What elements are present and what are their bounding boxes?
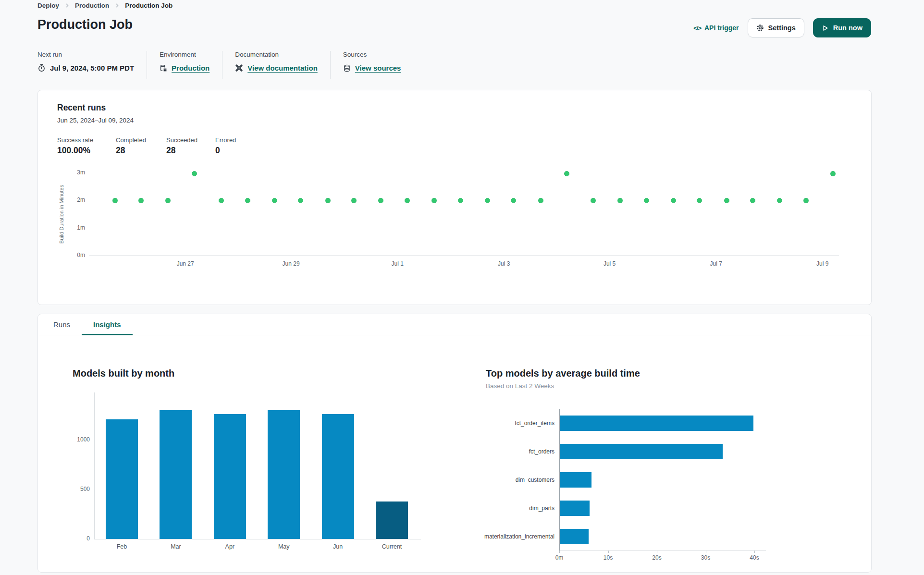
documentation-label: Documentation	[235, 51, 318, 58]
run-dot[interactable]	[538, 198, 543, 203]
settings-label: Settings	[768, 24, 796, 32]
stat-succeeded: Succeeded 28	[166, 136, 215, 156]
database-icon	[343, 64, 351, 72]
model-label: dim_parts	[486, 494, 559, 522]
run-dot[interactable]	[272, 198, 277, 203]
view-sources-link[interactable]: View sources	[355, 64, 401, 72]
run-dot[interactable]	[325, 198, 331, 203]
x-category-label: Mar	[171, 543, 181, 550]
run-dot[interactable]	[564, 171, 569, 176]
api-trigger-link[interactable]: </> API trigger	[693, 24, 739, 32]
y-axis-line	[94, 392, 95, 539]
tab-runs[interactable]: Runs	[42, 314, 82, 335]
y-tick-label: 2m	[61, 196, 85, 203]
run-dot[interactable]	[245, 198, 250, 203]
view-documentation-link[interactable]: View documentation	[247, 64, 318, 72]
breadcrumb-current-page: Production Job	[125, 2, 172, 9]
stat-completed: Completed 28	[116, 136, 166, 156]
x-tick-mark	[754, 551, 755, 553]
run-dot[interactable]	[830, 171, 836, 176]
breadcrumb-deploy[interactable]: Deploy	[37, 2, 59, 9]
environment-icon	[160, 64, 167, 72]
run-dot[interactable]	[724, 198, 729, 203]
run-dot[interactable]	[591, 198, 596, 203]
run-dot[interactable]	[697, 198, 702, 203]
y-tick-label: 500	[73, 486, 90, 492]
run-dot[interactable]	[165, 198, 171, 203]
bar-dim_parts	[560, 501, 590, 516]
run-dot[interactable]	[750, 198, 755, 203]
x-category-label: Feb	[117, 543, 127, 550]
models-built-by-month-chart: Models built by month 05001000FebMarAprM…	[73, 368, 452, 556]
job-meta-row: Next run Jul 9, 2024, 5:00 PM PDT Enviro…	[37, 51, 413, 79]
chart-subtitle: Based on Last 2 Weeks	[486, 382, 822, 390]
y-tick-label: 1000	[73, 436, 90, 443]
breadcrumb-production[interactable]: Production	[75, 2, 109, 9]
breadcrumb: Deploy Production Production Job	[37, 2, 172, 9]
gear-icon	[756, 24, 764, 32]
recent-runs-date-range: Jun 25, 2024–Jul 09, 2024	[57, 117, 852, 124]
tab-insights[interactable]: Insights	[82, 314, 133, 335]
run-now-label: Run now	[833, 24, 862, 32]
bar-chart-area: 05001000FebMarAprMayJunCurrent	[73, 392, 452, 556]
page-title: Production Job	[37, 17, 133, 32]
bar-feb	[106, 419, 138, 539]
bar-fct_order_items	[560, 416, 753, 431]
meta-next-run: Next run Jul 9, 2024, 5:00 PM PDT	[37, 51, 147, 79]
run-now-button[interactable]: Run now	[813, 18, 871, 37]
run-dot[interactable]	[138, 198, 144, 203]
x-axis-line	[559, 551, 766, 551]
run-dot[interactable]	[617, 198, 623, 203]
run-dot[interactable]	[431, 198, 437, 203]
run-dot[interactable]	[405, 198, 410, 203]
run-dot[interactable]	[777, 198, 782, 203]
run-dot[interactable]	[458, 198, 463, 203]
run-dot[interactable]	[112, 198, 118, 203]
x-tick-mark	[608, 551, 609, 553]
header-actions: </> API trigger Settings Run now	[693, 18, 871, 37]
stat-errored: Errored 0	[215, 136, 236, 156]
run-dot[interactable]	[644, 198, 649, 203]
top-models-chart: Top models by average build time Based o…	[486, 368, 822, 567]
run-dot[interactable]	[298, 198, 303, 203]
stopwatch-icon	[37, 64, 46, 72]
environment-link[interactable]: Production	[172, 64, 209, 72]
run-dot[interactable]	[192, 171, 197, 176]
x-tick-label: Jul 5	[604, 260, 616, 267]
run-dot[interactable]	[378, 198, 383, 203]
stat-success-rate: Success rate 100.00%	[57, 136, 116, 156]
x-category-label: May	[278, 543, 290, 550]
insights-card: Runs Insights Models built by month 0500…	[37, 314, 872, 573]
meta-documentation: Documentation View documentation	[222, 51, 330, 79]
next-run-value: Jul 9, 2024, 5:00 PM PDT	[50, 64, 134, 72]
x-tick-label: 30s	[701, 554, 710, 561]
run-dot[interactable]	[671, 198, 676, 203]
chart-title: Top models by average build time	[486, 368, 822, 379]
bar-dim_customers	[560, 472, 591, 488]
bar-materialization_incremental	[560, 529, 589, 544]
play-icon	[822, 24, 829, 32]
bar-current	[376, 502, 408, 539]
chart-title: Models built by month	[73, 368, 452, 379]
x-tick-mark	[706, 551, 706, 553]
x-tick-label: Jul 7	[710, 260, 722, 267]
recent-runs-stats: Success rate 100.00% Completed 28 Succee…	[57, 136, 852, 156]
chevron-right-icon	[65, 3, 69, 8]
x-category-label: Apr	[225, 543, 234, 550]
run-dot[interactable]	[485, 198, 490, 203]
bar-mar	[160, 410, 192, 539]
run-dot[interactable]	[351, 198, 357, 203]
run-dot[interactable]	[511, 198, 516, 203]
model-label: fct_orders	[486, 437, 559, 465]
settings-button[interactable]: Settings	[748, 18, 804, 37]
environment-label: Environment	[160, 51, 209, 58]
x-tick-label: 20s	[652, 554, 661, 561]
x-tick-label: Jul 3	[498, 260, 510, 267]
run-dot[interactable]	[219, 198, 224, 203]
y-axis-title: Build Duration in Minutes	[59, 176, 64, 253]
run-dot[interactable]	[803, 198, 809, 203]
model-label: fct_order_items	[486, 409, 559, 437]
model-label: materialization_incremental	[486, 522, 559, 551]
insights-content: Models built by month 05001000FebMarAprM…	[38, 335, 871, 573]
scatter-plot-area	[89, 173, 839, 256]
